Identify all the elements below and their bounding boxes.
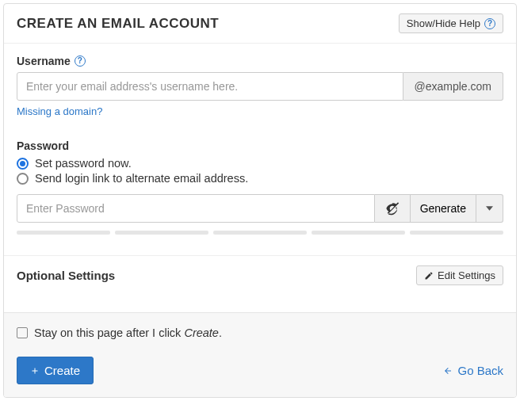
generate-options-dropdown-button[interactable]	[476, 194, 503, 223]
edit-settings-button[interactable]: Edit Settings	[416, 265, 503, 285]
username-input-group: @example.com	[17, 72, 503, 101]
generate-label: Generate	[420, 202, 466, 215]
toggle-password-visibility-button[interactable]	[375, 194, 411, 223]
strength-segment	[312, 231, 405, 235]
username-section: Username ? @example.com Missing a domain…	[4, 44, 516, 122]
go-back-link[interactable]: Go Back	[442, 364, 503, 377]
caret-down-icon	[486, 206, 493, 211]
username-label-row: Username ?	[17, 55, 503, 67]
password-input-group: Generate	[17, 194, 503, 223]
edit-settings-label: Edit Settings	[438, 269, 495, 281]
help-button-label: Show/Hide Help	[407, 17, 480, 29]
radio-icon	[17, 158, 29, 170]
radio-icon	[17, 173, 29, 185]
stay-text-em: Create	[184, 326, 219, 339]
stay-text-suffix: .	[219, 326, 222, 339]
password-strength-meter	[17, 231, 503, 235]
create-button[interactable]: Create	[17, 357, 94, 384]
strength-segment	[410, 231, 503, 235]
generate-password-button[interactable]: Generate	[411, 194, 476, 223]
panel-header: CREATE AN EMAIL ACCOUNT Show/Hide Help ?	[4, 4, 516, 44]
create-button-label: Create	[44, 364, 80, 377]
create-email-panel: CREATE AN EMAIL ACCOUNT Show/Hide Help ?…	[3, 3, 517, 398]
username-label: Username	[17, 55, 71, 67]
password-section: Password Set password now. Send login li…	[4, 122, 516, 255]
pencil-icon	[424, 271, 434, 281]
radio-set-password-now[interactable]: Set password now.	[17, 157, 503, 170]
username-input[interactable]	[17, 72, 403, 101]
footer-actions: Create Go Back	[17, 357, 503, 384]
stay-on-page-checkbox-row[interactable]: Stay on this page after I click Create.	[17, 326, 503, 339]
eye-slash-icon	[384, 200, 400, 216]
domain-suffix: @example.com	[403, 72, 503, 101]
go-back-label: Go Back	[457, 364, 503, 377]
arrow-left-icon	[442, 366, 453, 376]
strength-segment	[115, 231, 208, 235]
show-hide-help-button[interactable]: Show/Hide Help ?	[399, 13, 503, 33]
plus-icon	[30, 366, 40, 376]
radio-label: Send login link to alternate email addre…	[35, 172, 248, 185]
radio-label: Set password now.	[35, 157, 132, 170]
password-input[interactable]	[17, 194, 375, 223]
optional-settings-title: Optional Settings	[17, 269, 115, 282]
question-icon[interactable]: ?	[75, 55, 86, 67]
optional-settings-header: Optional Settings Edit Settings	[4, 255, 516, 293]
password-label: Password	[17, 139, 503, 152]
radio-send-login-link[interactable]: Send login link to alternate email addre…	[17, 172, 503, 185]
missing-domain-link[interactable]: Missing a domain?	[17, 105, 102, 117]
question-icon: ?	[484, 18, 495, 29]
panel-footer: Stay on this page after I click Create. …	[4, 312, 516, 397]
checkbox-icon	[17, 327, 28, 338]
page-title: CREATE AN EMAIL ACCOUNT	[17, 16, 219, 32]
strength-segment	[17, 231, 110, 235]
strength-segment	[213, 231, 307, 235]
stay-text-prefix: Stay on this page after I click	[34, 326, 184, 339]
stay-on-page-label: Stay on this page after I click Create.	[34, 326, 222, 339]
